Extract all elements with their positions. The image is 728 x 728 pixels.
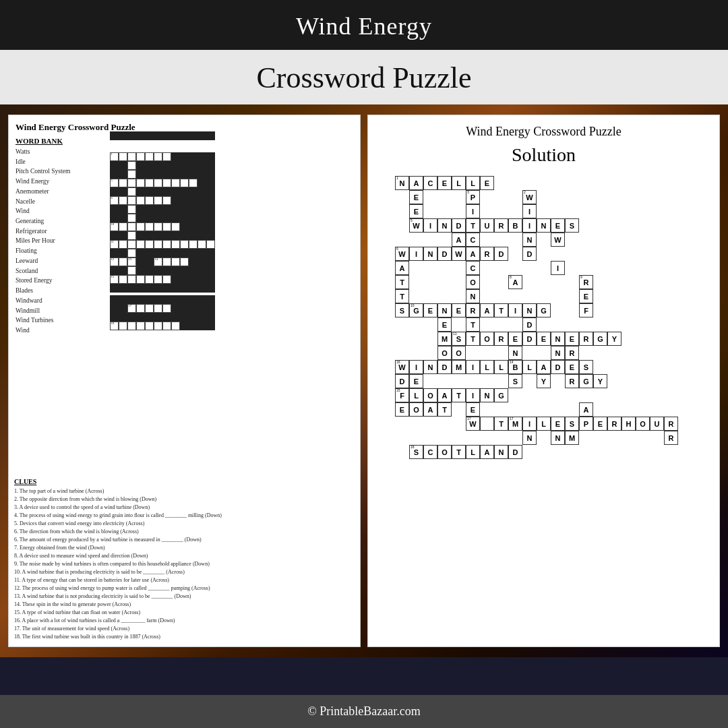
bg-area: Wind Energy Crossword Puzzle WORD BANK W…	[0, 104, 728, 657]
clue-13: 13. A wind turbine that is not producing…	[14, 593, 355, 601]
clue-16: 16. A place with a lot of wind turbines …	[14, 617, 355, 625]
crossword-grid-left: 1 5 6	[110, 131, 215, 330]
clue-3: 3. A device used to control the speed of…	[14, 504, 355, 512]
clue-6b: 6. The amount of energy produced by a wi…	[14, 536, 355, 544]
clue-15: 15. A type of wind turbine that can floa…	[14, 609, 355, 617]
clue-6a: 6. The direction from which the wind is …	[14, 528, 355, 536]
right-panel: Wind Energy Crossword Puzzle Solution .s…	[367, 115, 720, 647]
solution-grid: .sc { position: absolute; width: 21px; h…	[375, 173, 712, 640]
clue-18: 18. The first wind turbine was built in …	[14, 633, 355, 641]
clue-9: 9. The noise made by wind turbines is of…	[14, 560, 355, 568]
footer: © PrintableBazaar.com	[0, 695, 728, 728]
clue-7: 7. Energy obtained from the wind (Down)	[14, 544, 355, 552]
clue-2: 2. The opposite direction from which the…	[14, 495, 355, 504]
solution-label: Solution	[512, 144, 576, 166]
clue-17: 17. The unit of measurement for wind spe…	[14, 625, 355, 633]
clue-4: 4. The process of using wind energy to g…	[14, 512, 355, 520]
clue-5: 5. Devices that convert wind energy into…	[14, 520, 355, 528]
header-top: Wind Energy	[0, 0, 728, 50]
clue-8: 8. A device used to measure wind speed a…	[14, 552, 355, 560]
clues-section: CLUES 1. The top part of a wind turbine …	[14, 478, 355, 641]
clue-1: 1. The top part of a wind turbine (Acros…	[14, 487, 355, 495]
right-panel-title: Wind Energy Crossword Puzzle	[466, 125, 621, 139]
left-panel: Wind Energy Crossword Puzzle WORD BANK W…	[8, 115, 361, 647]
clues-title: CLUES	[14, 478, 355, 485]
clue-11: 11. A type of energy that can be stored …	[14, 576, 355, 584]
clue-14: 14. These spin in the wind to generate p…	[14, 601, 355, 609]
clue-10: 10. A wind turbine that is producing ele…	[14, 568, 355, 576]
clue-12: 12. The process of using wind energy to …	[14, 584, 355, 593]
header-subtitle: Crossword Puzzle	[0, 50, 728, 104]
